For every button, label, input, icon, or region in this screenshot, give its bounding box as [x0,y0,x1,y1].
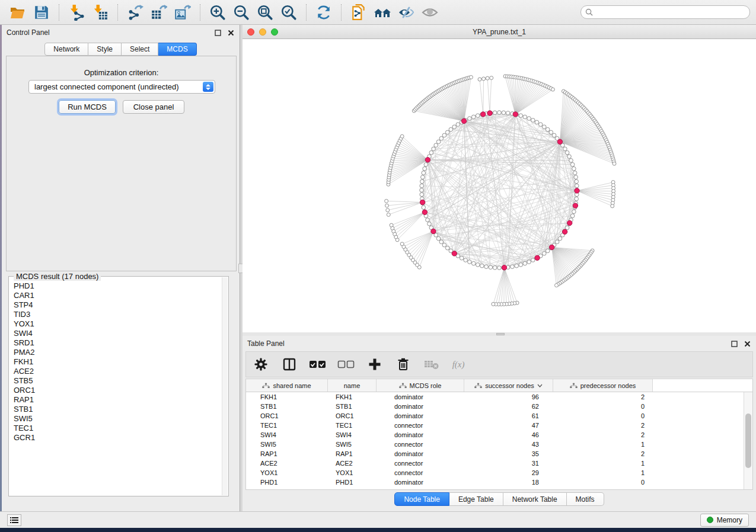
table-row[interactable]: PHD1PHD1dominator180 [246,477,744,487]
tab-network[interactable]: Network [44,43,88,56]
result-node: CAR1 [11,291,221,300]
result-node: YOX1 [11,319,221,329]
show-column-icon[interactable] [280,354,298,374]
close-panel-icon[interactable] [227,28,235,37]
float-panel-icon[interactable] [213,28,222,37]
toolbar-separator [59,4,59,21]
open-icon[interactable] [6,2,30,23]
first-neighbors-icon[interactable] [371,2,394,23]
show-all-icon[interactable] [418,2,442,23]
column-header-mcds-role[interactable]: MCDS role [377,379,464,392]
toolbar-separator [306,4,307,21]
column-header-predecessor-nodes[interactable]: predecessor nodes [553,379,653,392]
export-table-icon[interactable] [147,2,171,23]
hierarchy-icon [570,383,578,389]
table-scrollbar[interactable] [744,392,752,489]
result-node: TEC1 [11,424,221,433]
column-header-successor-nodes[interactable]: successor nodes [464,379,553,392]
add-column-icon[interactable] [366,354,384,374]
tab-mcds[interactable]: MCDS [158,43,196,56]
memory-button[interactable]: Memory [700,514,749,527]
table-row[interactable]: FKH1FKH1dominator962 [246,392,744,402]
table-row[interactable]: STB1STB1dominator620 [246,402,744,411]
table-row[interactable]: SWI4SWI4dominator462 [246,430,744,440]
table-row[interactable]: YOX1YOX1connector291 [246,468,744,477]
tab-select[interactable]: Select [122,43,158,56]
import-network-icon[interactable] [65,2,88,23]
network-window: YPA_prune.txt_1 [243,25,756,332]
chevron-down-icon [537,384,543,387]
zoom-selected-icon[interactable] [277,2,301,23]
result-node: ORC1 [11,386,221,395]
table-row[interactable]: RAP1RAP1dominator352 [246,449,744,459]
table-row[interactable]: ACE2ACE2connector311 [246,459,744,468]
select-all-icon[interactable] [309,354,327,374]
result-node: PMA2 [11,348,221,357]
splitter-grip[interactable] [496,333,505,335]
mcds-result-box: MCDS result (17 nodes) PHD1 CAR1 STP4 TI… [8,276,229,496]
result-node: STB5 [11,376,221,386]
hierarchy-icon [474,383,482,389]
memory-status-icon [707,517,713,523]
task-history-icon[interactable] [7,514,21,526]
result-node: GCR1 [11,433,221,443]
import-table-icon[interactable] [88,2,112,23]
toolbar-separator [341,4,342,21]
zoom-in-icon[interactable] [206,2,229,23]
zoom-fit-icon[interactable] [253,2,277,23]
svg-text:f(x): f(x) [452,360,465,370]
result-node: SWI5 [11,414,221,424]
tab-motifs[interactable]: Motifs [567,492,604,506]
mcds-tab-content: Optimization criterion: largest connecte… [6,56,237,271]
control-panel-title: Control Panel [7,28,50,37]
export-image-icon[interactable] [171,2,194,23]
network-canvas[interactable] [243,39,756,332]
settings-gear-icon[interactable] [252,354,270,374]
run-mcds-button[interactable]: Run MCDS [59,100,116,114]
new-network-from-selection-icon[interactable] [347,2,371,23]
status-bar: Memory [0,511,756,528]
result-node: SWI4 [11,329,221,338]
mcds-result-title: MCDS result (17 nodes) [14,272,101,281]
hide-selected-icon[interactable] [394,2,418,23]
hierarchy-icon [399,383,407,389]
table-panel: Table Panel [243,336,756,511]
float-panel-icon[interactable] [730,339,738,348]
result-node: PHD1 [11,281,221,291]
column-header-shared-name[interactable]: shared name [246,379,328,392]
node-table: shared name name MCDS role successor nod… [245,379,753,490]
result-scrollbar[interactable] [222,277,228,495]
mcds-result-list[interactable]: PHD1 CAR1 STP4 TID3 YOX1 SWI4 SRD1 PMA2 … [11,281,221,493]
table-row[interactable]: ORC1ORC1dominator610 [246,411,744,421]
result-node: TID3 [11,310,221,319]
column-header-name[interactable]: name [328,379,377,392]
table-panel-title: Table Panel [247,339,285,348]
table-tabs: Node Table Edge Table Network Table Moti… [243,492,756,506]
tab-style[interactable]: Style [88,43,122,56]
table-header: shared name name MCDS role successor nod… [246,379,752,392]
scrollbar-thumb[interactable] [745,414,751,468]
close-panel-button[interactable]: Close panel [123,100,184,114]
result-node: STP4 [11,300,221,310]
tab-edge-table[interactable]: Edge Table [449,492,503,506]
search-field-wrap [580,5,750,19]
apply-layout-icon[interactable] [312,2,336,23]
criterion-select[interactable]: largest connected component (undirected) [28,80,215,94]
table-toolbar: f(x) [245,351,753,377]
delete-column-icon[interactable] [394,354,412,374]
tab-node-table[interactable]: Node Table [394,492,449,506]
close-panel-icon[interactable] [743,339,751,348]
table-row[interactable]: TEC1TEC1connector472 [246,421,744,430]
toolbar-separator [200,4,200,21]
search-input[interactable] [580,5,750,19]
export-network-icon[interactable] [123,2,147,23]
main-toolbar [0,0,756,25]
zoom-out-icon[interactable] [229,2,253,23]
save-icon[interactable] [30,2,53,23]
tab-network-table[interactable]: Network Table [503,492,567,506]
unselect-all-icon[interactable] [337,354,355,374]
table-row[interactable]: SWI5SWI5connector431 [246,440,744,449]
hierarchy-icon [262,383,270,389]
control-panel-tabs: Network Style Select MCDS [2,43,240,56]
network-titlebar[interactable]: YPA_prune.txt_1 [243,25,756,39]
